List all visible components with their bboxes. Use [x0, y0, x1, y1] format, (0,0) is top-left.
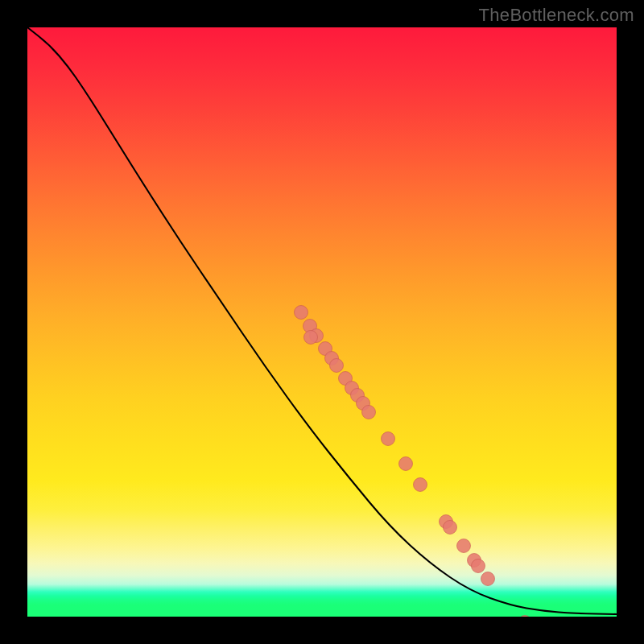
data-point: [444, 521, 457, 535]
data-point: [295, 306, 308, 320]
data-point: [414, 478, 427, 492]
chart-svg: [27, 27, 617, 617]
watermark-text: TheBottleneck.com: [479, 5, 634, 26]
curve-path: [27, 27, 617, 614]
data-point: [382, 432, 395, 446]
data-point: [481, 572, 495, 586]
data-point: [472, 559, 485, 573]
data-point: [362, 406, 376, 419]
data-point: [518, 616, 532, 617]
data-point: [399, 457, 413, 471]
data-point: [304, 331, 318, 345]
plot-area: [27, 27, 617, 617]
points-group: [295, 306, 532, 617]
chart-stage: TheBottleneck.com: [0, 0, 644, 644]
data-point: [457, 539, 471, 553]
data-point: [330, 359, 344, 373]
